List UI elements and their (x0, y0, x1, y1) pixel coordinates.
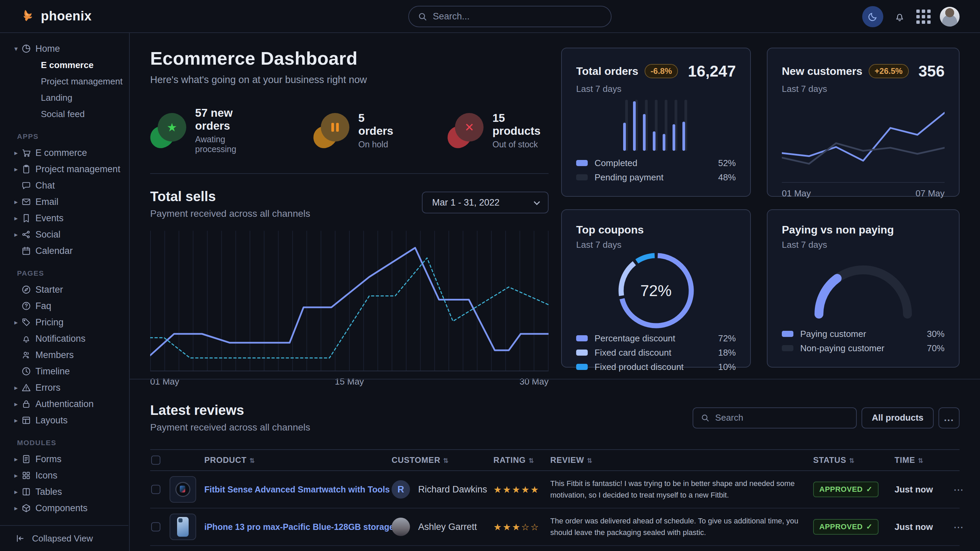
column-header-review[interactable]: REVIEW⇅ (550, 456, 592, 465)
product-link[interactable]: Fitbit Sense Advanced Smartwatch with To… (204, 484, 407, 494)
row-menu-button[interactable]: ⋯ (953, 521, 964, 533)
product-thumbnail[interactable] (170, 514, 196, 540)
card-title: Top coupons (576, 224, 644, 236)
sidebar-item-home[interactable]: ▾Home (0, 41, 129, 57)
warning-icon (21, 383, 31, 393)
table-row: Fitbit Sense Advanced Smartwatch with To… (150, 471, 959, 508)
user-avatar[interactable] (940, 7, 959, 27)
review-time: Just now (894, 484, 933, 495)
row-checkbox[interactable] (151, 485, 161, 494)
chevron-right-icon: ▸ (14, 400, 18, 408)
reviews-search[interactable] (693, 407, 857, 429)
sidebar-item-timeline[interactable]: Timeline (0, 363, 129, 380)
date-range-select[interactable]: Mar 1 - 31, 2022 (422, 192, 549, 213)
product-thumbnail[interactable] (170, 476, 196, 503)
top-coupons-card: Top coupons Last 7 days 72% Percentage d… (561, 209, 751, 368)
sidebar-item-layouts[interactable]: ▸Layouts (0, 412, 129, 429)
sidebar-item-label: Social (35, 229, 60, 240)
sidebar-item-errors[interactable]: ▸Errors (0, 380, 129, 396)
sidebar-item-starter[interactable]: Starter (0, 281, 129, 298)
sidebar: ▾HomeE commerceProject managementLanding… (0, 33, 130, 551)
check-icon: ✓ (866, 522, 872, 531)
reviews-table: PRODUCT⇅CUSTOMER⇅RATING⇅REVIEW⇅STATUS⇅TI… (150, 449, 959, 551)
sidebar-section-label: PAGES (17, 269, 129, 277)
card-period: Last 7 days (576, 240, 736, 250)
legend-swatch-icon (576, 349, 588, 356)
reviews-subtitle: Payment received across all channels (150, 422, 310, 433)
sidebar-item-project-management[interactable]: ▸Project management (0, 161, 129, 177)
sidebar-subitem-project-management[interactable]: Project management (0, 73, 129, 89)
all-products-button[interactable]: All products (862, 407, 934, 429)
legend-row: Fixed card discount18% (576, 345, 736, 360)
sidebar-item-social[interactable]: ▸Social (0, 226, 129, 243)
customer-avatar[interactable]: R (391, 480, 410, 499)
global-search[interactable] (408, 6, 612, 27)
sidebar-item-chat[interactable]: Chat (0, 177, 129, 194)
tag-icon (21, 317, 31, 327)
customer-avatar[interactable] (391, 518, 410, 536)
legend-label: Pending payment (595, 172, 663, 183)
sort-icon: ⇅ (528, 457, 534, 464)
page-subtitle: Here's what's going on at your business … (150, 74, 549, 86)
stat-item: 5 ordersOn hold (313, 112, 396, 149)
column-header-time[interactable]: TIME⇅ (894, 456, 923, 465)
theme-toggle-button[interactable] (862, 6, 883, 27)
search-input[interactable] (433, 11, 602, 22)
column-header-product[interactable]: PRODUCT⇅ (204, 456, 255, 465)
rating-stars: ★★★★★ (493, 484, 540, 495)
sidebar-item-events[interactable]: ▸Events (0, 210, 129, 226)
legend-value: 52% (718, 158, 736, 168)
review-time: Just now (894, 522, 933, 532)
rating-stars: ★★★☆☆ (493, 522, 540, 532)
stat-text: 57 new ordersAwating processing (195, 106, 262, 154)
sidebar-subitem-e-commerce[interactable]: E commerce (0, 57, 129, 73)
sidebar-item-pricing[interactable]: ▸Pricing (0, 314, 129, 330)
sidebar-item-icons[interactable]: ▸Icons (0, 467, 129, 484)
more-options-button[interactable]: ... (939, 407, 959, 429)
sidebar-item-calendar[interactable]: Calendar (0, 243, 129, 259)
legend-row: Paying customer30% (782, 327, 945, 341)
x-icon: ✕ (455, 113, 484, 141)
sidebar-item-members[interactable]: Members (0, 347, 129, 363)
sidebar-item-notifications[interactable]: Notifications (0, 330, 129, 347)
search-icon (701, 413, 710, 422)
sidebar-item-e-commerce[interactable]: ▸E commerce (0, 144, 129, 161)
sidebar-item-authentication[interactable]: ▸Authentication (0, 396, 129, 412)
row-checkbox[interactable] (151, 522, 161, 532)
sidebar-item-faq[interactable]: Faq (0, 298, 129, 314)
sidebar-subitem-landing[interactable]: Landing (0, 89, 129, 106)
brand-logo[interactable]: phoenix (21, 8, 92, 24)
legend-label: Fixed product discount (595, 362, 684, 372)
notifications-bell-icon[interactable] (892, 9, 907, 24)
stat-item: ✕15 productsOut of stock (447, 112, 549, 149)
app-root: phoenix ▾HomeE commerceProject ma (0, 0, 980, 551)
donut-center-value: 72% (640, 281, 671, 300)
card-title: Total orders (576, 65, 638, 78)
legend-value: 70% (927, 343, 945, 354)
sidebar-item-components[interactable]: ▸Components (0, 500, 129, 516)
collapse-sidebar-button[interactable]: Collapsed View (0, 525, 128, 551)
sort-icon: ⇅ (849, 457, 855, 464)
column-header-rating[interactable]: RATING⇅ (493, 456, 534, 465)
apps-grid-icon[interactable] (916, 9, 931, 24)
paying-gauge-chart (782, 250, 945, 327)
sort-icon: ⇅ (587, 457, 592, 464)
row-menu-button[interactable]: ⋯ (953, 484, 964, 495)
sidebar-subitem-social-feed[interactable]: Social feed (0, 106, 129, 122)
customers-x-axis: 01 May 07 May (782, 182, 945, 199)
product-link[interactable]: iPhone 13 pro max-Pacific Blue-128GB sto… (204, 522, 394, 532)
sidebar-item-tables[interactable]: ▸Tables (0, 484, 129, 500)
column-header-customer[interactable]: CUSTOMER⇅ (391, 456, 449, 465)
legend-row: Pending payment48% (576, 170, 736, 184)
sidebar-item-forms[interactable]: ▸Forms (0, 451, 129, 467)
select-all-checkbox[interactable] (151, 456, 161, 465)
coupons-legend: Percentage discount72%Fixed card discoun… (576, 331, 736, 374)
question-icon (21, 301, 31, 311)
status-badge: APPROVED✓ (813, 519, 878, 535)
column-header-status[interactable]: STATUS⇅ (813, 456, 855, 465)
status-cell: APPROVED✓ (813, 481, 878, 497)
reviews-search-input[interactable] (715, 413, 849, 423)
sidebar-item-email[interactable]: ▸Email (0, 194, 129, 210)
legend-row: Fixed product discount10% (576, 360, 736, 374)
clock-icon (21, 366, 31, 376)
